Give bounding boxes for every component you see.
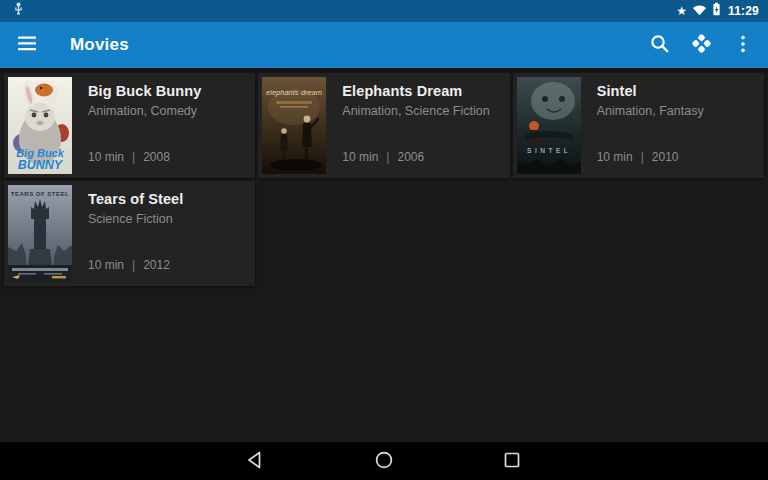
movie-duration: 10 min (597, 150, 633, 164)
search-icon (649, 33, 670, 57)
movie-meta: 10 min|2008 (88, 150, 170, 164)
movie-info: Elephants Dream Animation, Science Ficti… (326, 73, 509, 178)
svg-text:SINTEL: SINTEL (527, 147, 571, 154)
movie-title: Tears of Steel (88, 191, 245, 207)
movie-duration: 10 min (88, 258, 124, 272)
movie-duration: 10 min (88, 150, 124, 164)
search-button[interactable] (638, 22, 680, 68)
movie-card-tears-of-steel[interactable]: TEARS OF STEEL Tears of Steel Science Fi… (4, 181, 255, 286)
movie-info: Sintel Animation, Fantasy 10 min|2010 (581, 73, 764, 178)
back-icon (245, 449, 267, 474)
movie-poster-big-buck-bunny: Big Buck BUNNY (8, 77, 72, 174)
back-button[interactable] (236, 442, 276, 480)
movie-card-sintel[interactable]: SINTEL Sintel Animation, Fantasy 10 min|… (513, 73, 764, 178)
hamburger-menu-button[interactable] (6, 22, 48, 68)
movie-genres: Animation, Fantasy (597, 104, 754, 118)
movie-title: Big Buck Bunny (88, 83, 245, 99)
page-title: Movies (70, 35, 129, 55)
movie-info: Tears of Steel Science Fiction 10 min|20… (72, 181, 255, 286)
meta-separator: | (132, 258, 135, 272)
movie-meta: 10 min|2012 (88, 258, 170, 272)
movie-meta: 10 min|2006 (342, 150, 424, 164)
movie-genres: Animation, Science Fiction (342, 104, 499, 118)
movie-poster-tears-of-steel: TEARS OF STEEL (8, 185, 72, 282)
clover-button[interactable] (680, 22, 722, 68)
meta-separator: | (641, 150, 644, 164)
meta-separator: | (132, 150, 135, 164)
status-bar: ★ 11:29 (0, 0, 768, 22)
meta-separator: | (386, 150, 389, 164)
movie-grid: Big Buck BUNNY Big Buck Bunny Animation,… (0, 68, 768, 442)
hamburger-icon (17, 36, 37, 54)
movie-year: 2010 (652, 150, 679, 164)
movie-info: Big Buck Bunny Animation, Comedy 10 min|… (72, 73, 255, 178)
svg-text:BUNNY: BUNNY (18, 158, 64, 172)
movie-card-big-buck-bunny[interactable]: Big Buck BUNNY Big Buck Bunny Animation,… (4, 73, 255, 178)
overflow-dots-icon (733, 34, 753, 57)
svg-text:elephants dream: elephants dream (266, 88, 322, 97)
clock-text: 11:29 (728, 4, 759, 18)
movie-title: Elephants Dream (342, 83, 499, 99)
navigation-bar (0, 442, 768, 480)
clover-icon (691, 33, 712, 57)
movie-meta: 10 min|2010 (597, 150, 679, 164)
movie-title: Sintel (597, 83, 754, 99)
app-bar: Movies (0, 22, 768, 68)
movie-duration: 10 min (342, 150, 378, 164)
recents-icon (501, 449, 523, 474)
recents-button[interactable] (492, 442, 532, 480)
movie-genres: Science Fiction (88, 212, 245, 226)
battery-charging-icon (712, 2, 721, 20)
movie-poster-elephants-dream: elephants dream (262, 77, 326, 174)
movie-card-elephants-dream[interactable]: elephants dream Elephants Dream Animatio… (258, 73, 509, 178)
svg-text:TEARS OF STEEL: TEARS OF STEEL (11, 191, 69, 197)
home-icon (373, 449, 395, 474)
overflow-menu-button[interactable] (722, 22, 764, 68)
home-button[interactable] (364, 442, 404, 480)
movie-poster-sintel: SINTEL (517, 77, 581, 174)
movie-year: 2012 (143, 258, 170, 272)
movie-year: 2006 (397, 150, 424, 164)
movie-genres: Animation, Comedy (88, 104, 245, 118)
wifi-icon (692, 2, 707, 20)
movie-year: 2008 (143, 150, 170, 164)
usb-icon (13, 2, 24, 20)
android-screen: ★ 11:29 (0, 0, 768, 480)
star-icon: ★ (676, 5, 687, 17)
